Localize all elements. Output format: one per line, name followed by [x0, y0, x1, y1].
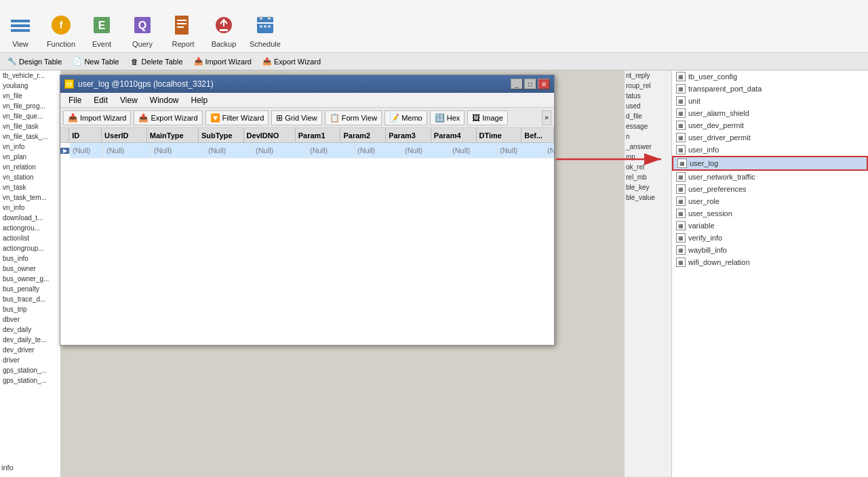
list-item[interactable]: bus_owner [0, 264, 60, 274]
list-item[interactable]: vn_file_task [0, 121, 60, 131]
table-icon: ▦ [676, 245, 686, 255]
import-wizard-ribbon-btn[interactable]: 📥 Import Wizard [189, 55, 256, 68]
backup-toolbar-btn[interactable]: Backup [203, 2, 244, 49]
modal-toolbar: 📥 Import Wizard 📤 Export Wizard 🔽 Filter… [60, 108, 554, 128]
list-item[interactable]: actiongrou... [0, 223, 60, 233]
list-item[interactable]: vn_relation [0, 162, 60, 172]
list-item[interactable]: bus_owner_g... [0, 274, 60, 284]
modal-hex-btn[interactable]: 🔢 Hex [430, 110, 465, 125]
cell-id: (Null) [70, 143, 104, 158]
query-toolbar-btn[interactable]: Q Query [122, 2, 163, 49]
list-item[interactable]: ▦ variable [672, 220, 868, 232]
table-name: tb_user_config [688, 72, 737, 81]
design-table-btn[interactable]: 🔧 Design Table [3, 55, 66, 68]
event-icon: E [90, 13, 114, 37]
list-item[interactable]: vn_task_tem... [0, 192, 60, 203]
list-item[interactable]: ▦ unit [672, 95, 868, 107]
user-log-list-item[interactable]: ▦ user_log [672, 156, 868, 171]
list-item[interactable]: dev_driver [0, 345, 60, 355]
list-item[interactable]: youliang [0, 81, 60, 91]
list-item[interactable]: download_t... [0, 213, 60, 223]
modal-filter-wizard-btn[interactable]: 🔽 Filter Wizard [205, 110, 269, 125]
list-item[interactable]: vn_task [0, 182, 60, 192]
import-wizard-icon: 📥 [194, 57, 203, 66]
list-item[interactable]: gps_station_... [0, 375, 60, 386]
list-item[interactable]: ▦ user_info [672, 144, 868, 156]
list-item[interactable]: dev_daily_te... [0, 335, 60, 345]
list-item[interactable]: ▦ verify_info [672, 232, 868, 244]
grid-icon: ⊞ [276, 113, 283, 123]
list-item[interactable]: dbver [0, 314, 60, 325]
list-item[interactable]: ▦ wifi_down_relation [672, 256, 868, 268]
list-item[interactable]: ▦ user_session [672, 207, 868, 220]
modal-grid-view-btn[interactable]: ⊞ Grid View [271, 110, 321, 125]
view-menu[interactable]: View [115, 94, 143, 106]
list-item[interactable]: vn_file [0, 91, 60, 101]
function-icon: f [49, 13, 73, 37]
col-header-dtime: DTime [477, 128, 522, 142]
scrollbar-right-btn[interactable]: » [542, 110, 551, 125]
list-item[interactable]: bus_penalty [0, 284, 60, 294]
list-item[interactable]: bus_trip [0, 304, 60, 314]
maximize-button[interactable]: □ [524, 79, 536, 89]
help-menu[interactable]: Help [186, 94, 214, 106]
minimize-button[interactable]: _ [511, 79, 523, 89]
list-item[interactable]: ▦ waybill_info [672, 244, 868, 256]
close-button[interactable]: ✕ [538, 79, 550, 89]
list-item[interactable]: vn_file_prog... [0, 101, 60, 111]
list-item[interactable]: ▦ transparent_port_data [672, 83, 868, 95]
list-item[interactable]: vn_info [0, 203, 60, 213]
modal-form-view-btn[interactable]: 📋 Form View [325, 110, 382, 125]
list-item[interactable]: ▦ user_role [672, 195, 868, 207]
list-item[interactable]: ▦ user_dev_permit [672, 119, 868, 131]
window-menu[interactable]: Window [144, 94, 184, 106]
export-wizard-ribbon-btn[interactable]: 📤 Export Wizard [258, 55, 326, 68]
list-item[interactable]: ▦ user_preferences [672, 183, 868, 195]
list-item[interactable]: bus_trace_d... [0, 294, 60, 304]
table-icon: ▦ [676, 84, 686, 94]
list-item[interactable]: ▦ user_driver_permit [672, 131, 868, 144]
list-item[interactable]: ▦ user_alarm_shield [672, 107, 868, 119]
right-table-panel: ▦ tb_user_config ▦ transparent_port_data… [671, 70, 868, 477]
list-item[interactable]: tb_vehicle_r... [0, 70, 60, 81]
file-menu[interactable]: File [63, 94, 87, 106]
list-item[interactable]: driver [0, 355, 60, 365]
list-item[interactable]: vn_plan [0, 152, 60, 162]
modal-export-wizard-btn[interactable]: 📤 Export Wizard [134, 110, 202, 125]
query-label: Query [132, 40, 153, 48]
report-toolbar-btn[interactable]: Report [163, 2, 203, 49]
list-item[interactable]: ▦ user_network_traffic [672, 171, 868, 183]
list-item[interactable]: actiongroup... [0, 243, 60, 253]
list-item[interactable]: bus_info [0, 253, 60, 264]
cell-param4: (Null) [450, 143, 497, 158]
function-toolbar-btn[interactable]: f Function [41, 2, 81, 49]
col-header-maintype: MainType [147, 128, 199, 142]
list-item[interactable]: vn_station [0, 172, 60, 182]
new-table-label: New Table [84, 58, 119, 66]
table-icon: ▦ [676, 257, 686, 267]
table-name: user_driver_permit [688, 133, 751, 142]
modal-memo-btn[interactable]: 📝 Memo [384, 110, 427, 125]
report-label: Report [172, 40, 194, 48]
svg-rect-17 [260, 25, 262, 28]
modal-title-icon: 🗃 [64, 79, 74, 89]
svg-rect-1 [11, 24, 30, 27]
modal-import-wizard-btn[interactable]: 📥 Import Wizard [63, 110, 131, 125]
list-item[interactable]: ▦ tb_user_config [672, 70, 868, 83]
edit-menu[interactable]: Edit [88, 94, 113, 106]
list-item[interactable]: vn_file_task_... [0, 131, 60, 142]
list-item[interactable]: vn_info [0, 142, 60, 152]
list-item[interactable]: gps_station_... [0, 365, 60, 375]
col-header-param1: Param1 [296, 128, 341, 142]
delete-table-btn[interactable]: 🗑 Delete Table [125, 55, 188, 68]
list-item[interactable]: vn_file_que... [0, 111, 60, 121]
view-toolbar-btn[interactable]: View [0, 2, 41, 49]
svg-text:Q: Q [138, 20, 146, 31]
list-item[interactable]: dev_daily [0, 325, 60, 335]
event-toolbar-btn[interactable]: E Event [81, 2, 122, 49]
new-table-btn[interactable]: 📄 New Table [68, 55, 123, 68]
schedule-toolbar-btn[interactable]: Schedule [244, 2, 286, 49]
list-item[interactable]: actionlist [0, 233, 60, 243]
col-header-subtype: SubType [199, 128, 244, 142]
modal-image-btn[interactable]: 🖼 Image [467, 110, 508, 125]
